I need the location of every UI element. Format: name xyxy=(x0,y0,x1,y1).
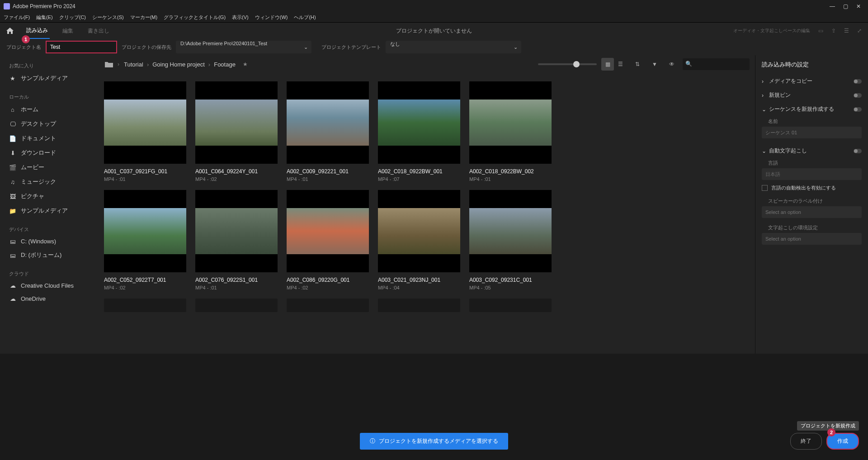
sidebar-item-drive[interactable]: 🖴D: (ボリューム) xyxy=(0,248,99,262)
menu-icon[interactable]: ☰ xyxy=(844,28,849,34)
clip-thumbnail xyxy=(469,190,552,272)
clip-item[interactable] xyxy=(195,299,278,312)
clip-item[interactable] xyxy=(378,299,460,312)
clip-item[interactable] xyxy=(469,299,552,312)
breadcrumb-item[interactable]: Tutorial xyxy=(124,61,143,68)
clip-meta: MP4 - :02 xyxy=(104,285,186,290)
speaker-select[interactable] xyxy=(762,206,862,218)
sidebar-item-drive[interactable]: 🖴C: (Windows) xyxy=(0,235,99,248)
clip-item[interactable]: A002_C076_0922S1_001MP4 - :01 xyxy=(195,190,278,290)
seq-name-input[interactable] xyxy=(762,127,862,138)
menu-item[interactable]: 表示(V) xyxy=(232,14,249,21)
row-create-seq[interactable]: ⌄シーケンスを新規作成する xyxy=(762,102,862,116)
home-icon[interactable] xyxy=(6,28,14,34)
sidebar-section-title: クラウド xyxy=(0,269,99,279)
sidebar-item-download[interactable]: ⬇ダウンロード xyxy=(0,146,99,160)
row-copy-media[interactable]: ›メディアをコピー xyxy=(762,74,862,88)
menu-item[interactable]: クリップ(C) xyxy=(59,14,86,21)
star-icon: ★ xyxy=(9,75,16,81)
sidebar-item-label: サンプルメディア xyxy=(21,207,68,215)
clip-thumbnail xyxy=(287,190,369,272)
folder-back-icon[interactable] xyxy=(105,61,113,67)
titlebar: Adobe Premiere Pro 2024 — ▢ ✕ xyxy=(0,0,868,13)
sort-icon[interactable]: ⇅ xyxy=(631,58,644,71)
eye-icon[interactable]: 👁 xyxy=(665,58,678,71)
favorite-star-icon[interactable]: ★ xyxy=(243,61,248,67)
menu-item[interactable]: ファイル(F) xyxy=(4,14,30,21)
breadcrumb-item[interactable]: Going Home project xyxy=(152,61,205,68)
pref-select[interactable] xyxy=(762,233,862,245)
sidebar-item-home[interactable]: ⌂ホーム xyxy=(0,102,99,117)
breadcrumb-item[interactable]: Footage xyxy=(214,61,236,68)
auto-detect-checkbox[interactable] xyxy=(762,185,768,191)
sidebar-item-cloud[interactable]: ☁Creative Cloud Files xyxy=(0,279,99,292)
clip-item[interactable]: A002_C009_092221_001MP4 - :01 xyxy=(287,81,369,182)
row-auto-transcribe[interactable]: ⌄自動文字起こし xyxy=(762,144,862,158)
toggle-new-bin[interactable] xyxy=(854,93,862,98)
clip-item[interactable]: A003_C021_0923NJ_001MP4 - :04 xyxy=(378,190,460,290)
sidebar-item-cloud[interactable]: ☁OneDrive xyxy=(0,292,99,305)
clip-item[interactable]: A003_C092_09231C_001MP4 - :05 xyxy=(469,190,552,290)
chevron-right-icon: › xyxy=(208,61,210,68)
clip-thumbnail xyxy=(378,190,460,272)
clip-item[interactable]: A002_C052_0922T7_001MP4 - :02 xyxy=(104,190,186,290)
tab-edit[interactable]: 編集 xyxy=(61,24,75,38)
minimize-icon[interactable]: — xyxy=(830,3,835,9)
menu-item[interactable]: マーカー(M) xyxy=(130,14,158,21)
toggle-create-seq[interactable] xyxy=(854,107,862,112)
menu-item[interactable]: ヘルプ(H) xyxy=(294,14,316,21)
sidebar-item-picture[interactable]: 🖼ピクチャ xyxy=(0,189,99,204)
sidebar-item-music[interactable]: ♫ミュージック xyxy=(0,175,99,189)
clip-item[interactable] xyxy=(287,299,369,312)
share-icon[interactable]: ⇪ xyxy=(831,28,836,34)
clip-item[interactable]: A001_C064_09224Y_001MP4 - :02 xyxy=(195,81,278,182)
search-input[interactable] xyxy=(683,58,750,70)
clip-thumbnail xyxy=(287,299,369,312)
grid-view-button[interactable]: ▦ xyxy=(601,58,614,71)
chevron-right-icon: › xyxy=(118,61,119,67)
clip-name: A002_C052_0922T7_001 xyxy=(104,277,186,283)
clip-item[interactable]: A001_C037_0921FG_001MP4 - :01 xyxy=(104,81,186,182)
menu-item[interactable]: 編集(E) xyxy=(36,14,53,21)
clip-item[interactable]: A002_C018_0922BW_002MP4 - :01 xyxy=(469,81,552,182)
clip-thumbnail xyxy=(469,81,552,164)
sidebar-item-doc[interactable]: 📄ドキュメント xyxy=(0,131,99,146)
toggle-auto-transcribe[interactable] xyxy=(854,149,862,153)
language-select[interactable] xyxy=(762,168,862,180)
location-select[interactable]: D:\Adobe Premiere Pro\20240101_Test ⌄ xyxy=(176,41,311,53)
clip-meta: MP4 - :01 xyxy=(469,176,552,182)
sidebar-item-video[interactable]: 🎬ムービー xyxy=(0,160,99,175)
sidebar-item-folder[interactable]: 📁サンプルメディア xyxy=(0,204,99,218)
speaker-label: スピーカーのラベル付け xyxy=(762,198,862,204)
sidebar-section-title: ローカル xyxy=(0,92,99,102)
maximize-icon[interactable]: ▢ xyxy=(843,3,848,9)
exit-button[interactable]: 終了 xyxy=(790,433,822,450)
filter-icon[interactable]: ▼ xyxy=(648,58,661,71)
clip-name: A002_C018_0922BW_001 xyxy=(378,168,460,175)
menu-item[interactable]: シーケンス(S) xyxy=(92,14,124,21)
zoom-slider[interactable] xyxy=(538,63,597,65)
row-new-bin[interactable]: ›新規ビン xyxy=(762,88,862,102)
chevron-down-icon: ⌄ xyxy=(304,44,308,50)
callout-2: 2 xyxy=(827,428,835,436)
clip-name: A002_C009_092221_001 xyxy=(287,168,369,175)
template-select[interactable]: なし ⌄ xyxy=(386,41,521,53)
panel-icon[interactable]: ▭ xyxy=(818,28,823,34)
close-icon[interactable]: ✕ xyxy=(856,3,861,9)
clip-item[interactable]: A002_C086_09220G_001MP4 - :02 xyxy=(287,190,369,290)
sidebar-item-label: デスクトップ xyxy=(21,120,56,128)
clip-item[interactable] xyxy=(104,299,186,312)
menu-item[interactable]: グラフィックとタイトル(G) xyxy=(164,14,226,21)
menu-item[interactable]: ウィンドウ(W) xyxy=(255,14,288,21)
toggle-copy-media[interactable] xyxy=(854,79,862,84)
chevron-down-icon: ⌄ xyxy=(514,44,518,50)
project-name-input[interactable] xyxy=(46,41,117,53)
tab-export[interactable]: 書き出し xyxy=(86,24,111,38)
fullscreen-icon[interactable]: ⤢ xyxy=(857,28,862,34)
sidebar-item-star[interactable]: ★サンプルメディア xyxy=(0,71,99,85)
sidebar-item-desktop[interactable]: 🖵デスクトップ xyxy=(0,117,99,131)
sidebar-item-label: ホーム xyxy=(21,105,38,114)
list-view-button[interactable]: ☰ xyxy=(614,58,627,71)
clip-meta: MP4 - :05 xyxy=(469,285,552,290)
clip-item[interactable]: A002_C018_0922BW_001MP4 - :07 xyxy=(378,81,460,182)
